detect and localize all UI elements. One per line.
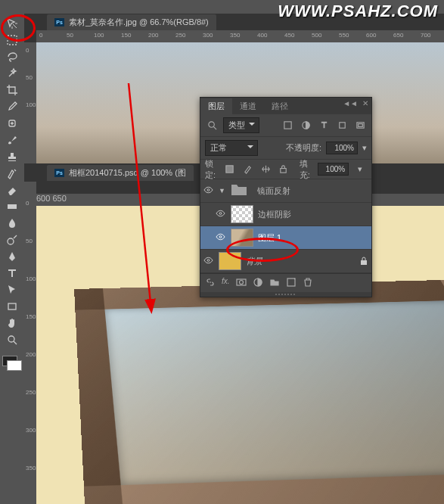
svg-point-14 [207,189,210,191]
svg-rect-22 [287,278,295,286]
ruler-horizontal-1: 0 50 100 150 200 250 300 350 400 450 500… [36,30,444,42]
visibility-icon[interactable] [203,186,214,195]
pen-tool[interactable] [2,248,22,265]
svg-rect-11 [358,124,362,127]
layer-group-row[interactable]: ▼ 镜面反射 [200,179,371,203]
svg-rect-7 [284,122,290,129]
filter-adjust-icon[interactable] [299,120,312,132]
lock-transparent-icon[interactable] [223,163,237,176]
svg-point-5 [8,336,14,342]
opacity-value[interactable]: 100% [326,142,358,154]
fill-value[interactable]: 100% [318,163,349,176]
lock-all-icon[interactable] [277,163,290,176]
svg-rect-0 [8,36,17,45]
svg-point-16 [219,236,222,238]
layer-fx-icon[interactable]: fx. [222,277,230,289]
ruler-vertical-2: 0 50 100 150 200 250 300 350 400 [24,182,36,504]
picture-frame [74,279,444,504]
marquee-tool[interactable] [2,32,22,48]
chevron-down-icon[interactable]: ▾ [353,163,367,176]
rectangle-tool[interactable] [2,298,22,315]
svg-point-15 [219,213,222,215]
tab-channels[interactable]: 通道 [232,98,264,114]
doc1-title: 素材_莫奈名作.jpg @ 66.7%(RGB/8#) [69,17,209,28]
filter-type-icon[interactable] [317,120,331,132]
lock-label: 锁定: [205,163,219,176]
layer-row-background[interactable]: 背景 [200,250,371,273]
lock-icon [359,257,368,266]
brush-tool[interactable] [2,132,22,148]
path-select-tool[interactable] [2,282,22,298]
adjust-layer-icon[interactable] [253,277,263,289]
svg-point-6 [208,122,213,127]
type-tool[interactable] [2,265,22,282]
heal-tool[interactable] [2,115,22,132]
eyedropper-tool[interactable] [2,98,22,115]
layer-thumb [231,229,253,247]
move-tool[interactable] [2,15,22,32]
zoom-tool[interactable] [2,331,22,348]
hand-tool[interactable] [2,315,22,331]
visibility-icon[interactable] [216,210,226,219]
new-layer-icon[interactable] [286,277,297,289]
svg-point-20 [239,281,243,285]
gradient-tool[interactable] [2,198,22,215]
svg-rect-9 [339,123,344,128]
lasso-tool[interactable] [2,48,22,65]
delete-layer-icon[interactable] [303,277,313,289]
filter-shape-icon[interactable] [335,120,349,132]
layer-name: 背景 [246,256,262,267]
history-brush-tool[interactable] [2,165,22,182]
layer-name: 边框阴影 [258,209,291,220]
svg-point-3 [8,238,14,244]
layer-mask-icon[interactable] [236,277,247,289]
layer-thumb [231,205,253,223]
layers-panel: 图层 通道 路径 ◄◄ ✕ 类型 正常 不透明度: 100% ▾ 锁定: 填充:… [200,97,372,297]
filter-type-select[interactable]: 类型 [223,117,259,133]
new-group-icon[interactable] [269,277,280,289]
tab-paths[interactable]: 路径 [264,98,296,114]
wand-tool[interactable] [2,65,22,82]
svg-point-17 [207,260,210,262]
lock-brush-icon[interactable] [241,163,255,176]
layer-thumb [219,252,241,270]
layer-row[interactable]: 边框阴影 [200,203,371,226]
watermark-text: WWW.PSAHZ.COM [278,2,438,21]
filter-pixel-icon[interactable] [281,120,294,132]
background-swatch[interactable] [7,360,22,371]
group-arrow-icon[interactable]: ▼ [219,187,225,194]
blend-mode-select[interactable]: 正常 [205,140,258,156]
layer-name: 图层 1 [258,232,281,244]
tool-palette [0,14,24,504]
panel-close-icon[interactable]: ✕ [362,99,368,107]
opacity-label: 不透明度: [286,142,321,154]
panel-resize-grip[interactable] [200,292,371,297]
document-tab-1[interactable]: Ps素材_莫奈名作.jpg @ 66.7%(RGB/8#) [47,14,216,30]
eraser-tool[interactable] [2,182,22,198]
doc2-title: 相框20140715.psd @ 100% (图 [69,167,186,179]
lock-move-icon[interactable] [259,163,272,176]
crop-tool[interactable] [2,82,22,98]
dodge-tool[interactable] [2,232,22,248]
svg-rect-12 [226,166,233,173]
link-layers-icon[interactable] [205,277,216,289]
svg-rect-13 [281,169,286,173]
filter-search-icon[interactable] [205,120,219,132]
stamp-tool[interactable] [2,148,22,165]
layer-name: 镜面反射 [257,185,290,197]
layer-row-selected[interactable]: 图层 1 [200,226,371,250]
folder-thumb [230,182,253,200]
tab-layers[interactable]: 图层 [200,98,232,114]
blur-tool[interactable] [2,215,22,232]
panel-collapse-icon[interactable]: ◄◄ [343,99,358,107]
svg-rect-18 [361,260,367,265]
svg-rect-4 [8,303,16,310]
filter-smart-icon[interactable] [353,120,367,132]
visibility-icon[interactable] [203,257,214,266]
visibility-icon[interactable] [216,233,226,242]
fill-label: 填充: [300,163,313,176]
chevron-down-icon[interactable]: ▾ [362,143,367,153]
document-tab-2[interactable]: Ps相框20140715.psd @ 100% (图 [47,165,194,181]
svg-rect-2 [8,204,17,209]
